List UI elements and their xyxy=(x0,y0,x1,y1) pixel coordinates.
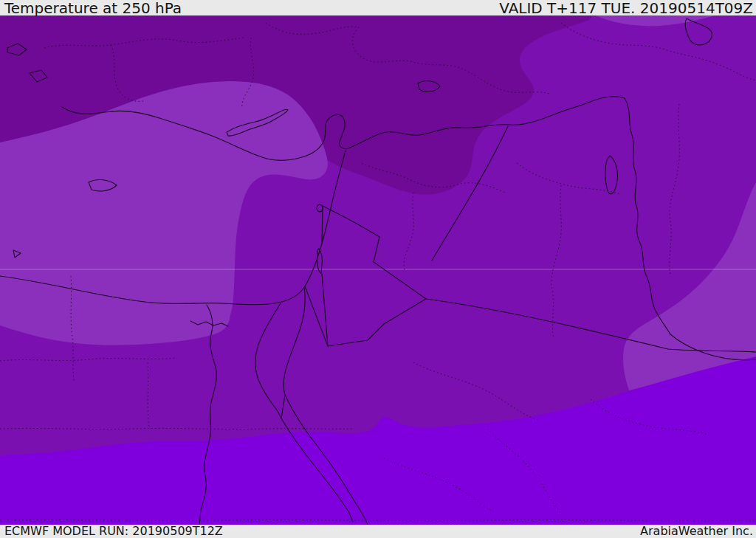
model-run-label: ECMWF MODEL RUN: 20190509T12Z xyxy=(4,525,223,537)
map-title: Temperature at 250 hPa xyxy=(4,1,182,15)
weather-map-page: { "header": { "title": "Temperature at 2… xyxy=(0,0,756,538)
brand-label: ArabiaWeather Inc. xyxy=(640,525,753,537)
valid-time-label: VALID T+117 TUE. 20190514T09Z xyxy=(499,1,753,15)
header-bar: Temperature at 250 hPa VALID T+117 TUE. … xyxy=(0,0,756,15)
footer-bar: ECMWF MODEL RUN: 20190509T12Z ArabiaWeat… xyxy=(0,525,756,538)
weather-map xyxy=(0,15,756,525)
map-svg xyxy=(0,15,756,525)
